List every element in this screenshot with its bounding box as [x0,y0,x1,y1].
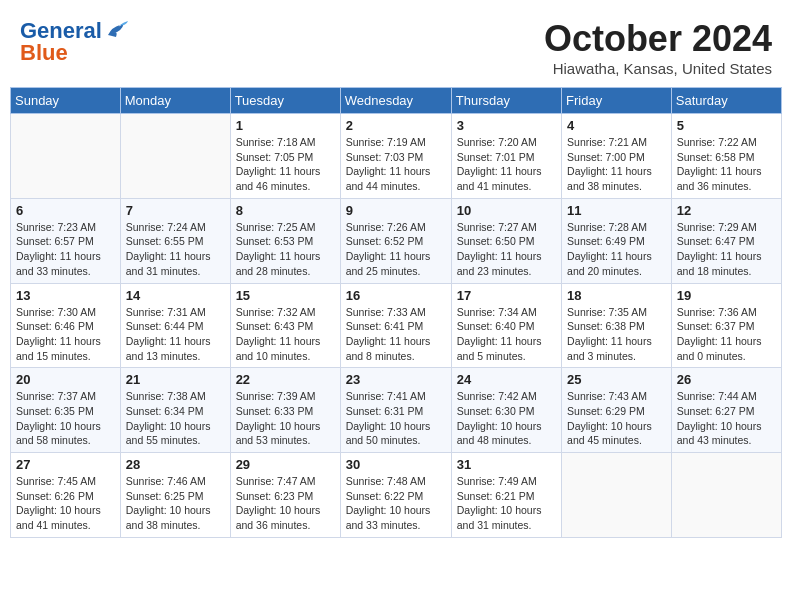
calendar-day-cell: 6Sunrise: 7:23 AM Sunset: 6:57 PM Daylig… [11,198,121,283]
day-of-week-header: Monday [120,88,230,114]
day-info: Sunrise: 7:28 AM Sunset: 6:49 PM Dayligh… [567,220,666,279]
calendar-day-cell: 24Sunrise: 7:42 AM Sunset: 6:30 PM Dayli… [451,368,561,453]
day-info: Sunrise: 7:36 AM Sunset: 6:37 PM Dayligh… [677,305,776,364]
calendar-day-cell: 18Sunrise: 7:35 AM Sunset: 6:38 PM Dayli… [562,283,672,368]
day-info: Sunrise: 7:21 AM Sunset: 7:00 PM Dayligh… [567,135,666,194]
logo-blue-text: Blue [20,40,68,66]
calendar-day-cell: 3Sunrise: 7:20 AM Sunset: 7:01 PM Daylig… [451,114,561,199]
day-of-week-header: Wednesday [340,88,451,114]
day-number: 8 [236,203,335,218]
calendar-day-cell [11,114,121,199]
day-info: Sunrise: 7:39 AM Sunset: 6:33 PM Dayligh… [236,389,335,448]
day-info: Sunrise: 7:48 AM Sunset: 6:22 PM Dayligh… [346,474,446,533]
bird-icon [106,21,128,39]
calendar-day-cell: 31Sunrise: 7:49 AM Sunset: 6:21 PM Dayli… [451,453,561,538]
day-number: 23 [346,372,446,387]
day-number: 9 [346,203,446,218]
day-of-week-header: Thursday [451,88,561,114]
day-info: Sunrise: 7:43 AM Sunset: 6:29 PM Dayligh… [567,389,666,448]
calendar-day-cell: 25Sunrise: 7:43 AM Sunset: 6:29 PM Dayli… [562,368,672,453]
calendar-day-cell: 26Sunrise: 7:44 AM Sunset: 6:27 PM Dayli… [671,368,781,453]
day-info: Sunrise: 7:26 AM Sunset: 6:52 PM Dayligh… [346,220,446,279]
day-number: 29 [236,457,335,472]
calendar-day-cell: 9Sunrise: 7:26 AM Sunset: 6:52 PM Daylig… [340,198,451,283]
calendar-header-row: SundayMondayTuesdayWednesdayThursdayFrid… [11,88,782,114]
calendar-day-cell: 8Sunrise: 7:25 AM Sunset: 6:53 PM Daylig… [230,198,340,283]
day-number: 15 [236,288,335,303]
day-number: 10 [457,203,556,218]
day-info: Sunrise: 7:19 AM Sunset: 7:03 PM Dayligh… [346,135,446,194]
day-info: Sunrise: 7:34 AM Sunset: 6:40 PM Dayligh… [457,305,556,364]
day-number: 30 [346,457,446,472]
day-info: Sunrise: 7:25 AM Sunset: 6:53 PM Dayligh… [236,220,335,279]
day-info: Sunrise: 7:23 AM Sunset: 6:57 PM Dayligh… [16,220,115,279]
calendar-day-cell: 20Sunrise: 7:37 AM Sunset: 6:35 PM Dayli… [11,368,121,453]
day-info: Sunrise: 7:20 AM Sunset: 7:01 PM Dayligh… [457,135,556,194]
calendar-week-row: 27Sunrise: 7:45 AM Sunset: 6:26 PM Dayli… [11,453,782,538]
day-number: 27 [16,457,115,472]
day-info: Sunrise: 7:41 AM Sunset: 6:31 PM Dayligh… [346,389,446,448]
calendar-day-cell: 14Sunrise: 7:31 AM Sunset: 6:44 PM Dayli… [120,283,230,368]
day-of-week-header: Tuesday [230,88,340,114]
calendar-day-cell [562,453,672,538]
day-number: 5 [677,118,776,133]
day-number: 22 [236,372,335,387]
day-info: Sunrise: 7:18 AM Sunset: 7:05 PM Dayligh… [236,135,335,194]
day-number: 11 [567,203,666,218]
title-block: October 2024 Hiawatha, Kansas, United St… [544,18,772,77]
day-number: 4 [567,118,666,133]
calendar-day-cell: 17Sunrise: 7:34 AM Sunset: 6:40 PM Dayli… [451,283,561,368]
calendar-day-cell: 30Sunrise: 7:48 AM Sunset: 6:22 PM Dayli… [340,453,451,538]
calendar-day-cell: 7Sunrise: 7:24 AM Sunset: 6:55 PM Daylig… [120,198,230,283]
day-number: 20 [16,372,115,387]
day-of-week-header: Saturday [671,88,781,114]
day-number: 2 [346,118,446,133]
day-number: 19 [677,288,776,303]
day-info: Sunrise: 7:29 AM Sunset: 6:47 PM Dayligh… [677,220,776,279]
calendar-day-cell: 23Sunrise: 7:41 AM Sunset: 6:31 PM Dayli… [340,368,451,453]
day-number: 24 [457,372,556,387]
day-number: 25 [567,372,666,387]
day-number: 13 [16,288,115,303]
calendar-day-cell: 10Sunrise: 7:27 AM Sunset: 6:50 PM Dayli… [451,198,561,283]
location: Hiawatha, Kansas, United States [544,60,772,77]
day-info: Sunrise: 7:44 AM Sunset: 6:27 PM Dayligh… [677,389,776,448]
day-info: Sunrise: 7:33 AM Sunset: 6:41 PM Dayligh… [346,305,446,364]
day-info: Sunrise: 7:45 AM Sunset: 6:26 PM Dayligh… [16,474,115,533]
calendar-day-cell: 1Sunrise: 7:18 AM Sunset: 7:05 PM Daylig… [230,114,340,199]
calendar-day-cell [120,114,230,199]
day-number: 14 [126,288,225,303]
calendar-day-cell: 22Sunrise: 7:39 AM Sunset: 6:33 PM Dayli… [230,368,340,453]
day-info: Sunrise: 7:37 AM Sunset: 6:35 PM Dayligh… [16,389,115,448]
day-info: Sunrise: 7:22 AM Sunset: 6:58 PM Dayligh… [677,135,776,194]
page-header: General Blue October 2024 Hiawatha, Kans… [10,10,782,81]
day-number: 17 [457,288,556,303]
day-number: 12 [677,203,776,218]
calendar-week-row: 20Sunrise: 7:37 AM Sunset: 6:35 PM Dayli… [11,368,782,453]
day-info: Sunrise: 7:47 AM Sunset: 6:23 PM Dayligh… [236,474,335,533]
calendar-day-cell: 29Sunrise: 7:47 AM Sunset: 6:23 PM Dayli… [230,453,340,538]
day-info: Sunrise: 7:31 AM Sunset: 6:44 PM Dayligh… [126,305,225,364]
calendar-day-cell: 12Sunrise: 7:29 AM Sunset: 6:47 PM Dayli… [671,198,781,283]
day-number: 1 [236,118,335,133]
day-number: 26 [677,372,776,387]
day-number: 31 [457,457,556,472]
day-info: Sunrise: 7:35 AM Sunset: 6:38 PM Dayligh… [567,305,666,364]
day-info: Sunrise: 7:42 AM Sunset: 6:30 PM Dayligh… [457,389,556,448]
day-of-week-header: Sunday [11,88,121,114]
day-number: 6 [16,203,115,218]
day-number: 21 [126,372,225,387]
calendar-week-row: 13Sunrise: 7:30 AM Sunset: 6:46 PM Dayli… [11,283,782,368]
calendar-day-cell: 2Sunrise: 7:19 AM Sunset: 7:03 PM Daylig… [340,114,451,199]
day-info: Sunrise: 7:32 AM Sunset: 6:43 PM Dayligh… [236,305,335,364]
day-info: Sunrise: 7:49 AM Sunset: 6:21 PM Dayligh… [457,474,556,533]
calendar-day-cell: 13Sunrise: 7:30 AM Sunset: 6:46 PM Dayli… [11,283,121,368]
calendar-day-cell: 4Sunrise: 7:21 AM Sunset: 7:00 PM Daylig… [562,114,672,199]
day-info: Sunrise: 7:38 AM Sunset: 6:34 PM Dayligh… [126,389,225,448]
day-number: 3 [457,118,556,133]
day-number: 16 [346,288,446,303]
calendar-day-cell: 5Sunrise: 7:22 AM Sunset: 6:58 PM Daylig… [671,114,781,199]
day-number: 7 [126,203,225,218]
calendar-table: SundayMondayTuesdayWednesdayThursdayFrid… [10,87,782,538]
calendar-day-cell [671,453,781,538]
